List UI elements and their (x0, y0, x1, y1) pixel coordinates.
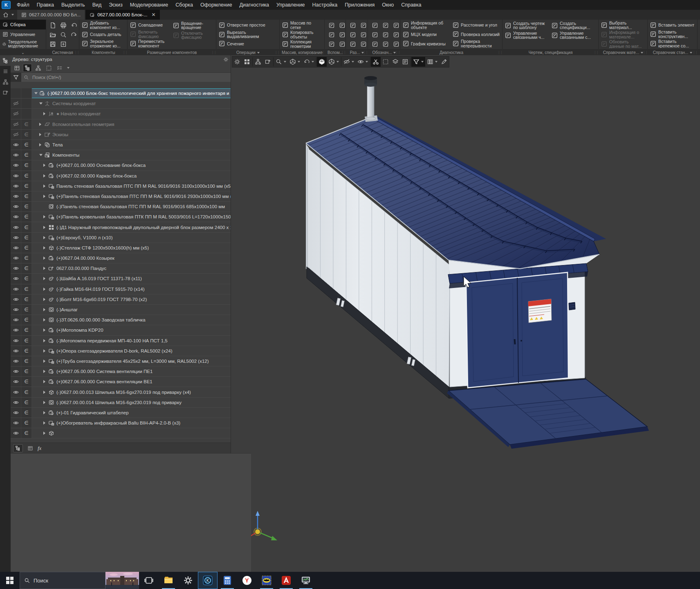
ribbon-button[interactable]: Создать чертеж по шаблону (503, 21, 550, 30)
menu-item-вид[interactable]: Вид (89, 0, 105, 9)
tree-row[interactable]: ∈(-)ЗТ.0626.00.00.000 Заводская табличка (11, 315, 231, 325)
tree-row[interactable]: ∈(+)Панель кровельная базальтовая ПТК ПП… (11, 212, 231, 222)
expand-arrow-icon[interactable] (43, 328, 45, 332)
eye-icon[interactable] (11, 325, 21, 335)
tree-settings-gear-icon[interactable] (223, 57, 229, 62)
tree-row[interactable]: ∈(-)Болт М16-6gx60.019 ГОСТ 7798-70 (x2) (11, 294, 231, 305)
taskbar-app-yandex-browser[interactable]: Y (237, 572, 257, 589)
expand-arrow-icon[interactable] (43, 339, 45, 342)
expand-arrow-icon[interactable] (43, 370, 45, 373)
eye-icon[interactable] (11, 243, 21, 253)
print-icon[interactable] (59, 21, 68, 30)
axis-icon[interactable] (327, 30, 336, 39)
collapse-arrow-icon[interactable] (39, 154, 43, 156)
redo-icon[interactable] (70, 30, 79, 39)
include-in-spec-cell[interactable]: ∈ (21, 377, 32, 387)
taskbar-app-calculator[interactable] (218, 572, 237, 589)
expand-arrow-icon[interactable] (43, 380, 45, 383)
include-in-spec-cell[interactable]: ∈ (21, 346, 32, 356)
include-in-spec-cell[interactable]: ∈ (21, 284, 32, 294)
include-in-spec-cell[interactable]: ∈ (21, 356, 32, 366)
list-panel-icon[interactable] (0, 66, 11, 76)
include-in-spec-cell[interactable]: ∈ (21, 222, 32, 232)
eye-icon[interactable] (11, 377, 21, 387)
tree-row[interactable]: ∈(+)Труба снегозадерживателя 45x25x2 мм,… (11, 356, 231, 366)
columns-icon[interactable] (425, 57, 439, 67)
tree-row[interactable]: ∈(+)-01 Гидравлический штабелер (11, 408, 231, 418)
save-as-icon[interactable] (59, 40, 68, 49)
tree-row[interactable]: ∈(+)0627.04.00.000 Козырек (11, 253, 231, 263)
ribbon-button[interactable]: Сечение (217, 40, 278, 48)
hierarchy-panel-icon[interactable] (0, 76, 11, 87)
tree-row[interactable]: ∈ (11, 428, 231, 438)
ribbon-button[interactable]: Вырезать выдавливанием (217, 30, 278, 39)
sheet-icon[interactable] (400, 57, 410, 67)
constraints-alt-icon[interactable] (263, 57, 273, 67)
eye-icon[interactable] (11, 263, 21, 273)
expand-arrow-icon[interactable] (43, 215, 45, 218)
tree-row[interactable]: ∈(+)Опора снегозадерживателя D-bork, RAL… (11, 346, 231, 356)
local-view-icon[interactable] (348, 30, 357, 39)
expand-arrow-icon[interactable] (43, 401, 45, 404)
ribbon-button[interactable]: Создать деталь (80, 30, 126, 38)
tolerance-icon[interactable] (381, 21, 390, 30)
expand-arrow-icon[interactable] (43, 267, 45, 270)
undo-icon[interactable] (70, 21, 79, 30)
include-in-spec-cell[interactable]: ∈ (21, 212, 32, 222)
menu-item-моделирование[interactable]: Моделирование (126, 0, 172, 9)
tree-tab-icon[interactable] (13, 444, 23, 452)
ribbon-button[interactable]: Расстояние и угол (451, 21, 501, 29)
ribbon-button[interactable]: Массив по сетке (280, 21, 323, 29)
eye-icon[interactable] (11, 274, 21, 283)
tree-row[interactable]: ∈Эскизы (11, 130, 231, 140)
ribbon-button[interactable]: Отверстие простое (217, 21, 278, 29)
ribbon-button[interactable]: Совпадение (128, 21, 171, 29)
expand-arrow-icon[interactable] (43, 246, 45, 250)
eye-icon[interactable] (11, 366, 21, 376)
include-in-spec-cell[interactable]: ∈ (21, 181, 32, 191)
group-dropdown-icon[interactable] (257, 52, 260, 54)
menu-item-сборка[interactable]: Сборка (172, 0, 197, 9)
ribbon-button[interactable]: Коллекция геометрии (280, 40, 323, 48)
area-select-icon[interactable] (44, 64, 53, 72)
tree-row[interactable]: ∈(-)Д1 Наружный противопожарный двупольн… (11, 222, 231, 232)
eye-icon[interactable] (11, 171, 21, 181)
include-in-spec-cell[interactable]: ∈ (21, 150, 32, 160)
expand-arrow-icon[interactable] (43, 195, 45, 198)
detail-view-icon[interactable] (359, 21, 368, 30)
ribbon-button[interactable]: Переместить компонент (128, 39, 171, 48)
polyline-icon[interactable] (338, 30, 347, 39)
include-in-spec-cell[interactable]: ∈ (21, 336, 32, 346)
tree-panel-icon[interactable] (0, 55, 11, 66)
include-in-spec-cell[interactable]: ∈ (21, 140, 32, 150)
eye-icon[interactable] (11, 356, 21, 366)
tree-search-input[interactable] (31, 74, 220, 80)
expand-arrow-icon[interactable] (39, 133, 41, 136)
constraints-icon[interactable] (253, 57, 263, 67)
menu-item-выделить[interactable]: Выделить (58, 0, 89, 9)
include-in-spec-cell[interactable]: ∈ (21, 325, 32, 335)
include-in-spec-cell[interactable]: ∈ (21, 294, 32, 304)
door-sign[interactable] (528, 299, 552, 323)
ribbon-collapse-icon[interactable]: ⌄ (21, 50, 25, 55)
collapse-arrow-icon[interactable] (39, 103, 43, 105)
document-tab-1[interactable]: 0627.00.00.000 ВО Бл... (17, 10, 85, 20)
include-in-spec-cell[interactable]: ∈ (21, 418, 32, 428)
show-objects-icon[interactable] (356, 57, 370, 67)
ribbon-mode-1[interactable]: Сборка (0, 20, 46, 29)
expand-arrow-icon[interactable] (43, 360, 45, 363)
eye-icon[interactable] (11, 387, 21, 397)
eye-icon[interactable] (11, 418, 21, 428)
tree-row[interactable]: ∈(-)Стеллаж СТФ 1200x500x1600(h) мм (x5) (11, 243, 231, 253)
eye-icon[interactable] (11, 222, 21, 232)
eye-icon[interactable] (11, 398, 21, 407)
expand-arrow-icon[interactable] (43, 184, 45, 188)
collection-icon[interactable] (392, 30, 401, 39)
eye-icon[interactable] (11, 233, 21, 243)
tree-row[interactable]: (-)0627.00.00.000 Блок-бокс технологичес… (11, 88, 231, 99)
home-button[interactable] (0, 10, 16, 20)
edit-pencil-icon[interactable] (439, 57, 449, 67)
ribbon-button[interactable]: Вставить крепежное со... (648, 39, 696, 48)
eye-icon[interactable] (11, 346, 21, 356)
tree-row[interactable]: ∈(+)Мотопомпа KDP20 (11, 325, 231, 335)
